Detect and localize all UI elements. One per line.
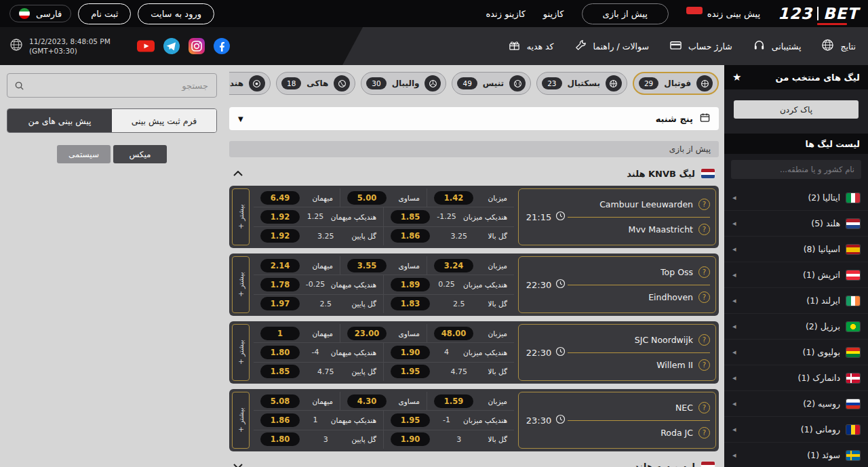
signup-button[interactable]: ثبت نام [78,3,131,24]
odd-handicap-host[interactable]: هندیکپ میزبان41.90 [384,343,514,361]
league-row-bolivia[interactable]: بولیوی (1)◂ [724,340,868,365]
nav-live-betting-label: پیش بینی زنده [707,9,760,19]
odd-value: 1.42 [434,191,473,205]
more-bets-button[interactable]: بیشتر + [232,324,250,381]
deposit-link[interactable]: شارژ حساب [669,39,732,54]
help-icon[interactable]: ? [698,291,710,303]
star-icon[interactable]: ★ [732,71,741,83]
help-icon[interactable]: ? [698,266,710,278]
tab-hockey[interactable]: هاکی 18 [276,72,355,95]
match-info[interactable]: ? Cambuur Leeuwarden ? Mvv Maastricht 21… [518,188,716,245]
system-button[interactable]: سیستمی [57,145,111,163]
tab-handball[interactable]: هندبال 30 [229,72,271,95]
site-logo[interactable]: 123 BET [778,5,859,22]
tab-tennis[interactable]: تنیس 49 [452,72,531,95]
results-link[interactable]: نتایج [821,39,856,54]
tab-my-bets[interactable]: پیش بینی های من [7,109,112,132]
social-links [136,37,231,55]
more-bets-button[interactable]: بیشتر + [232,256,250,313]
odd-handicap-guest[interactable]: هندیکپ میهمان-0.251.78 [254,275,384,293]
league-group-header-knvb[interactable]: لیگ KNVB هلند [229,164,719,183]
tab-volleyball[interactable]: والیبال 30 [361,72,446,95]
match-info[interactable]: ? NEC ? Roda JC 23:30 [518,392,716,449]
league-group-header-eredivisie[interactable]: اردیویسه هلند [229,457,719,467]
more-bets-button[interactable]: بیشتر + [232,188,250,245]
odd-host[interactable]: میزبان1.42 [427,188,514,207]
instagram-icon[interactable] [188,37,205,55]
league-search-input[interactable] [731,160,861,179]
odd-handicap-host[interactable]: هندیکپ میزبان-1.251.85 [384,207,514,226]
help-icon[interactable]: ? [698,334,710,346]
odd-handicap-host[interactable]: هندیکپ میزبان0.251.89 [384,275,514,293]
odd-draw[interactable]: مساوی3.55 [340,256,427,275]
league-search-wrap [724,154,868,185]
odd-host[interactable]: میزبان3.24 [427,256,514,275]
login-button[interactable]: ورود به سایت [138,3,214,24]
league-row-brazil[interactable]: برزیل (2)◂ [724,314,868,340]
goal-line: 2.5 [320,300,332,308]
odd-under[interactable]: گل پایین4.751.85 [254,363,384,381]
league-row-spain[interactable]: اسپانیا (8)◂ [724,237,868,262]
support-link[interactable]: پشتیبانی [753,39,802,54]
chevron-left-icon: ◂ [732,219,736,228]
help-icon[interactable]: ? [698,199,710,210]
betslip-tabs: فرم ثبت پیش بینی پیش بینی های من [7,108,217,133]
odd-value: 1.78 [260,278,300,291]
day-selector[interactable]: پنج شنبه ▼ [229,107,719,130]
league-row-denmark[interactable]: دانمارک (1)◂ [724,365,868,391]
help-icon[interactable]: ? [698,224,710,235]
help-icon[interactable]: ? [698,359,710,371]
odd-draw[interactable]: مساوی4.30 [340,392,427,410]
language-selector[interactable]: فارسی [9,5,71,22]
odd-draw[interactable]: مساوی5.00 [340,188,427,207]
match-info[interactable]: ? SJC Noordwijk ? Willem II 22:30 [518,324,716,381]
league-row-romania[interactable]: رومانی (1)◂ [724,417,868,443]
facebook-icon[interactable] [213,37,231,55]
nav-prematch[interactable]: پیش از بازی [582,3,669,24]
league-row-sweden[interactable]: سوئد (1)◂ [724,443,868,467]
tab-football[interactable]: فوتبال 29 [633,72,719,95]
chevron-left-icon: ◂ [732,296,736,305]
odd-handicap-host[interactable]: هندیکپ میزبان-11.95 [384,411,514,429]
mix-button[interactable]: میکس [113,145,167,163]
help-icon[interactable]: ? [698,402,710,413]
match-info[interactable]: ? Top Oss ? Eindhoven 22:30 [518,256,716,313]
odd-under[interactable]: گل پایین31.80 [254,430,384,449]
gift-code-link[interactable]: کد هدیه [508,39,554,54]
nav-casino[interactable]: کازینو [543,9,564,19]
tab-bet-form[interactable]: فرم ثبت پیش بینی [112,109,216,132]
odd-guest[interactable]: میهمان5.08 [254,392,340,410]
youtube-icon[interactable] [136,37,155,55]
nav-live-betting[interactable]: پیش بینی زنده [686,9,760,19]
league-row-netherlands[interactable]: هلند (5)◂ [724,211,868,237]
search-input[interactable] [24,81,216,91]
tab-basketball[interactable]: بسکتبال 23 [536,72,627,95]
odd-over[interactable]: گل بالا4.751.95 [384,363,514,381]
odd-host[interactable]: میزبان48.00 [427,324,514,342]
league-row-russia[interactable]: روسیه (2)◂ [724,391,868,417]
odd-guest[interactable]: میهمان6.49 [254,188,340,207]
odd-guest[interactable]: میهمان2.14 [254,256,340,275]
help-icon[interactable]: ? [698,427,710,439]
more-bets-button[interactable]: بیشتر + [232,392,250,449]
odd-handicap-guest[interactable]: هندیکپ میهمان11.86 [254,411,384,429]
odd-over[interactable]: گل بالا2.51.83 [384,295,514,313]
odd-over[interactable]: گل بالا3.251.86 [384,227,514,245]
odd-guest[interactable]: میهمان1 [254,324,340,342]
odd-over[interactable]: گل بالا31.90 [384,430,514,449]
goal-line: 4.75 [317,367,334,376]
faq-link[interactable]: سوالات / راهنما [574,39,649,54]
odd-under[interactable]: گل پایین3.251.92 [254,227,384,245]
league-row-austria[interactable]: اتریش (1)◂ [724,262,868,288]
league-row-ireland[interactable]: ایرلند (1)◂ [724,288,868,314]
odd-under[interactable]: گل پایین2.51.97 [254,295,384,313]
nav-live-casino[interactable]: کازینو زنده [486,9,525,19]
clear-leagues-button[interactable]: پاک کردن [734,100,859,119]
league-group-title: لیگ KNVB هلند [627,169,695,179]
telegram-icon[interactable] [163,37,180,55]
odd-handicap-guest[interactable]: هندیکپ میهمان1.251.92 [254,207,384,226]
league-row-italy[interactable]: ایتالیا (2)◂ [724,185,868,211]
odd-host[interactable]: میزبان1.59 [427,392,514,410]
odd-draw[interactable]: مساوی23.00 [340,324,427,342]
odd-handicap-guest[interactable]: هندیکپ میهمان-41.80 [254,343,384,361]
